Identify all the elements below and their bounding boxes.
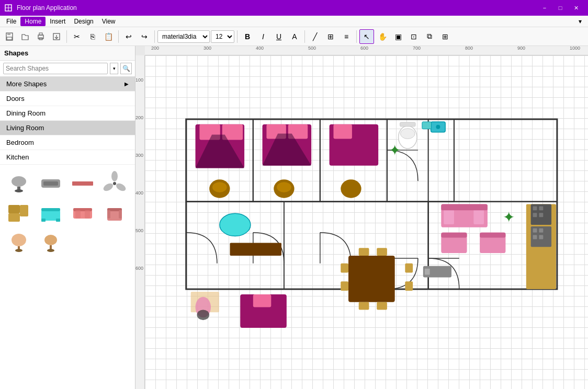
svg-rect-24	[8, 205, 20, 213]
shapes-header: Shapes	[0, 46, 135, 61]
menu-expand[interactable]: ▾	[574, 17, 586, 26]
svg-rect-83	[422, 122, 432, 129]
align-button[interactable]: ≡	[339, 29, 354, 44]
svg-point-20	[115, 181, 127, 192]
svg-rect-31	[75, 210, 81, 219]
svg-text:✦: ✦	[389, 142, 401, 158]
svg-point-14	[15, 189, 23, 192]
toolbar: ✂ ⎘ 📋 ↩ ↪ material3dia 12 B I U A ╱ ⊞ ≡ …	[0, 27, 588, 46]
shape-lamp[interactable]	[4, 169, 33, 198]
italic-button[interactable]: I	[256, 29, 270, 44]
more-shapes-arrow: ▶	[125, 81, 129, 87]
nav-dining-room[interactable]: Dining Room	[0, 106, 135, 121]
svg-rect-75	[333, 124, 352, 139]
pan-button[interactable]: ✋	[375, 29, 390, 44]
drawing-canvas[interactable]: ✦ ✦	[145, 55, 588, 389]
select-button[interactable]: ↖	[359, 29, 374, 44]
font-color-button[interactable]: A	[287, 29, 302, 44]
shapes-grid	[0, 165, 135, 261]
svg-point-106	[197, 310, 209, 320]
svg-point-39	[15, 249, 22, 252]
svg-rect-118	[539, 228, 543, 233]
svg-rect-120	[539, 235, 543, 239]
search-input[interactable]	[3, 63, 108, 74]
svg-rect-90	[441, 233, 467, 238]
svg-rect-35	[107, 210, 110, 219]
fit-button[interactable]: ⊡	[406, 29, 421, 44]
svg-rect-32	[85, 210, 90, 219]
arrange-button[interactable]: ⊞	[438, 29, 453, 44]
minimize-button[interactable]: −	[537, 0, 552, 16]
title-bar: Floor plan Application − □ ✕	[0, 0, 588, 16]
canvas-area[interactable]: 200 300 400 500 600 700 800 900 1000 100…	[135, 46, 588, 389]
shape-corner-sofa[interactable]	[4, 199, 33, 227]
undo-button[interactable]: ↩	[121, 29, 136, 44]
svg-rect-88	[441, 204, 488, 211]
svg-rect-99	[359, 248, 369, 256]
frame-button[interactable]: ▣	[391, 29, 405, 44]
copy-button[interactable]: ⎘	[85, 29, 100, 44]
menu-file[interactable]: File	[2, 17, 20, 26]
nav-doors[interactable]: Doors	[0, 91, 135, 106]
svg-rect-113	[539, 206, 543, 210]
svg-text:✦: ✦	[503, 209, 515, 225]
nav-kitchen[interactable]: Kitchen	[0, 150, 135, 165]
svg-rect-96	[341, 281, 348, 291]
table-button[interactable]: ⊞	[323, 29, 338, 44]
svg-point-18	[113, 182, 116, 185]
svg-rect-5	[7, 33, 10, 35]
group-button[interactable]: ⧉	[422, 29, 437, 44]
shape-table-lamp[interactable]	[4, 228, 33, 257]
print-button[interactable]	[33, 29, 48, 44]
svg-point-73	[277, 182, 291, 192]
shape-rug[interactable]	[68, 169, 97, 198]
redo-button[interactable]: ↪	[137, 29, 152, 44]
svg-rect-97	[405, 264, 413, 273]
paste-button[interactable]: 📋	[101, 29, 116, 44]
main-layout: Shapes ▾ 🔍 More Shapes ▶ Doors Dining Ro…	[0, 46, 588, 389]
floor-plan-svg: ✦ ✦	[145, 55, 588, 389]
export-button[interactable]	[49, 29, 64, 44]
svg-rect-98	[405, 281, 413, 291]
svg-point-103	[220, 213, 251, 236]
font-size-select[interactable]: 12	[211, 30, 234, 43]
svg-point-76	[341, 179, 361, 198]
close-button[interactable]: ✕	[568, 0, 584, 16]
menu-view[interactable]: View	[98, 17, 120, 26]
open-button[interactable]	[18, 29, 32, 44]
svg-point-67	[212, 182, 227, 192]
svg-rect-95	[341, 264, 348, 273]
cut-button[interactable]: ✂	[70, 29, 84, 44]
shape-ottoman[interactable]	[36, 169, 65, 198]
menu-home[interactable]: Home	[20, 17, 46, 26]
svg-rect-79	[400, 122, 416, 127]
svg-rect-27	[41, 219, 46, 222]
shape-fan[interactable]	[100, 169, 129, 198]
search-button[interactable]: 🔍	[120, 63, 132, 74]
line-button[interactable]: ╱	[308, 29, 322, 44]
nav-more-shapes[interactable]: More Shapes ▶	[0, 77, 135, 91]
sidebar: Shapes ▾ 🔍 More Shapes ▶ Doors Dining Ro…	[0, 46, 135, 389]
shape-lamp2[interactable]	[36, 228, 65, 257]
svg-rect-119	[533, 235, 537, 239]
maximize-button[interactable]: □	[552, 0, 568, 16]
svg-rect-100	[377, 248, 387, 256]
search-dropdown[interactable]: ▾	[110, 63, 118, 74]
ruler-left: 100 200 300 400 500 600	[135, 55, 145, 389]
save-button[interactable]	[2, 29, 17, 44]
nav-bedroom[interactable]: Bedroom	[0, 135, 135, 150]
font-family-select[interactable]: material3dia	[157, 30, 210, 43]
search-bar: ▾ 🔍	[0, 61, 135, 77]
svg-point-21	[102, 181, 114, 192]
nav-living-room[interactable]: Living Room	[0, 121, 135, 135]
shape-sofa-blue[interactable]	[36, 199, 65, 227]
menu-design[interactable]: Design	[70, 17, 97, 26]
bold-button[interactable]: B	[240, 29, 255, 44]
svg-rect-94	[348, 256, 395, 302]
shape-armchair-pink[interactable]	[100, 199, 129, 227]
svg-rect-22	[8, 213, 20, 222]
underline-button[interactable]: U	[272, 29, 286, 44]
menu-insert[interactable]: Insert	[46, 17, 70, 26]
shape-sofa-pink[interactable]	[68, 199, 97, 227]
svg-rect-122	[425, 269, 430, 275]
